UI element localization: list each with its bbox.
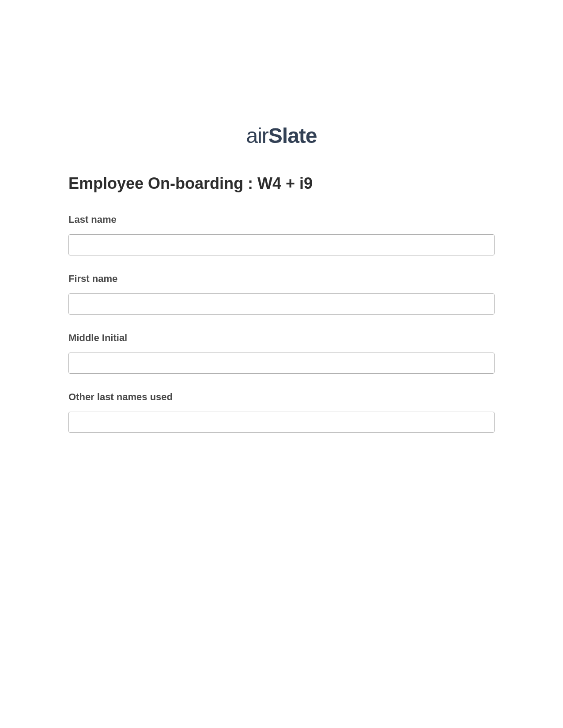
input-last-name[interactable] — [68, 234, 495, 255]
label-first-name: First name — [68, 273, 495, 285]
page-container: airSlate Employee On-boarding : W4 + i9 … — [0, 0, 563, 433]
logo: airSlate — [0, 124, 563, 148]
input-other-last-names[interactable] — [68, 412, 495, 433]
logo-text: airSlate — [246, 124, 317, 147]
label-other-last-names: Other last names used — [68, 391, 495, 403]
field-group-other-last-names: Other last names used — [68, 391, 495, 433]
input-first-name[interactable] — [68, 293, 495, 315]
logo-part1: air — [246, 124, 268, 147]
page-title: Employee On-boarding : W4 + i9 — [68, 174, 495, 193]
logo-part2: Slate — [268, 124, 317, 147]
label-middle-initial: Middle Initial — [68, 332, 495, 344]
input-middle-initial[interactable] — [68, 353, 495, 374]
form-area: Employee On-boarding : W4 + i9 Last name… — [68, 174, 495, 433]
field-group-last-name: Last name — [68, 214, 495, 255]
field-group-first-name: First name — [68, 273, 495, 315]
field-group-middle-initial: Middle Initial — [68, 332, 495, 374]
label-last-name: Last name — [68, 214, 495, 225]
